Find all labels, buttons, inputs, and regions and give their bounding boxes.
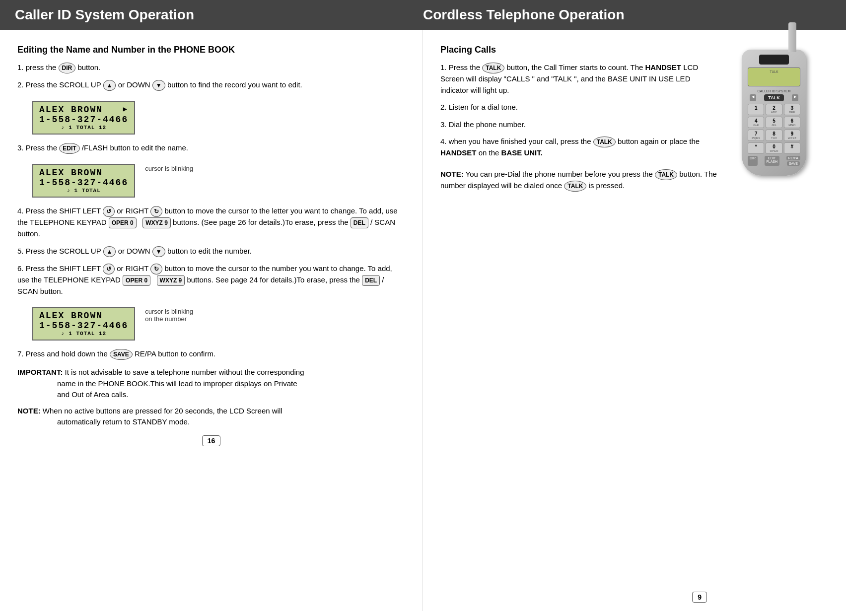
step3-text: Press the bbox=[26, 143, 57, 152]
phone-caller-id-label: CALLER ID SYSTEM bbox=[746, 89, 802, 93]
step1-num: 1. bbox=[17, 63, 26, 71]
page-header: Caller ID System Operation Cordless Tele… bbox=[0, 0, 846, 30]
del-button-4[interactable]: DEL bbox=[351, 217, 368, 228]
lcd-box-3: ALEX BROWN 1-558-327-4466 ♪ 1 TOTAL 12 bbox=[32, 307, 135, 341]
step2-suffix: button to find the record you want to ed… bbox=[167, 80, 302, 89]
phone-key-8[interactable]: 8TUV bbox=[766, 130, 782, 141]
step3-suffix: /FLASH button to edit the name. bbox=[82, 143, 188, 152]
lcd2-line3: ♪ 1 TOTAL bbox=[39, 188, 128, 194]
scroll-up-button[interactable]: ▲ bbox=[103, 80, 116, 91]
talk-button-2[interactable]: TALK bbox=[593, 137, 616, 147]
phone-talk-row: ◀ TALK ▶ bbox=[746, 94, 802, 101]
important-block: IMPORTANT: It is not advisable to save a… bbox=[17, 367, 405, 401]
phone-dir-btn[interactable]: DIR bbox=[748, 156, 758, 166]
keypad-0-2-button[interactable]: OPER 0 bbox=[123, 275, 150, 286]
phone-side-btns: RE/PA SAVE bbox=[786, 156, 801, 166]
rstep1-bold1: HANDSET bbox=[645, 63, 682, 71]
rstep1-text1: Press the bbox=[449, 63, 483, 71]
step5-or: or DOWN bbox=[118, 247, 152, 255]
phone-key-4[interactable]: 4GHI bbox=[748, 117, 764, 128]
phone-key-2[interactable]: 2ABC bbox=[766, 104, 782, 115]
phone-edit-btn[interactable]: EDITFLASH bbox=[765, 156, 780, 166]
scroll-down-button[interactable]: ▼ bbox=[152, 80, 165, 91]
phone-key-hash[interactable]: # bbox=[784, 142, 800, 154]
rstep4-text2: button again or place the bbox=[618, 137, 700, 145]
scroll-up-2-button[interactable]: ▲ bbox=[103, 246, 116, 257]
step-6: 6. Press the SHIFT LEFT ↺ or RIGHT ↻ but… bbox=[17, 263, 405, 297]
lcd3-line1: ALEX BROWN bbox=[39, 311, 128, 321]
phone-key-6[interactable]: 6MNO bbox=[784, 117, 800, 128]
step-5: 5. Press the SCROLL UP ▲ or DOWN ▼ butto… bbox=[17, 246, 405, 257]
phone-key-star[interactable]: * bbox=[748, 142, 764, 154]
talk-button-note-2[interactable]: TALK bbox=[564, 181, 586, 192]
phone-key-9[interactable]: 9WXYZ bbox=[784, 130, 800, 141]
shift-left-button[interactable]: ↺ bbox=[103, 206, 115, 217]
lcd3-line2: 1-558-327-4466 bbox=[39, 321, 128, 331]
step6-suffix2: buttons. See page 24 for details.)To era… bbox=[187, 275, 362, 284]
note-label-left: NOTE: bbox=[17, 407, 41, 415]
lcd-display-1: ALEX BROWN ▶ 1-558-327-4466 ♪ 1 TOTAL 12 bbox=[17, 97, 405, 138]
phone-lcd-text: TALK bbox=[750, 70, 798, 74]
note-text-right-1: You can pre-Dial the phone number before… bbox=[466, 170, 655, 178]
rstep4-bold2: BASE UNIT. bbox=[501, 148, 543, 157]
note-block-left: NOTE: When no active buttons are pressed… bbox=[17, 406, 405, 428]
right-panel: Placing Calls 1. Press the TALK button, … bbox=[423, 30, 846, 611]
phone-key-5[interactable]: 5JKL bbox=[766, 117, 782, 128]
step2-text: Press the SCROLL UP bbox=[26, 80, 103, 89]
del-button-6[interactable]: DEL bbox=[362, 275, 380, 286]
shift-left-2-button[interactable]: ↺ bbox=[103, 264, 115, 274]
step2-num: 2. bbox=[17, 80, 26, 89]
save-button[interactable]: SAVE bbox=[110, 349, 133, 360]
shift-right-2-button[interactable]: ↻ bbox=[150, 264, 162, 274]
lcd3-line3: ♪ 1 TOTAL 12 bbox=[39, 331, 128, 337]
lcd-display-2: ALEX BROWN 1-558-327-4466 ♪ 1 TOTAL curs… bbox=[17, 160, 405, 202]
scroll-down-2-button[interactable]: ▼ bbox=[152, 246, 165, 257]
page-number-right: 9 bbox=[692, 593, 707, 601]
step4-text: Press the SHIFT LEFT bbox=[26, 206, 103, 215]
rstep1-text2: button, the Call Timer starts to count. … bbox=[507, 63, 645, 71]
cursor-note-1: cursor is blinking bbox=[145, 160, 193, 172]
lcd1-line3: ♪ 1 TOTAL 12 bbox=[39, 125, 128, 131]
phone-talk-button[interactable]: TALK bbox=[764, 94, 783, 101]
phone-btn-left: ◀ bbox=[750, 94, 756, 101]
rstep4-text1: when you have finished your call, press … bbox=[449, 137, 593, 145]
phone-speaker bbox=[759, 55, 789, 65]
dir-button[interactable]: DIR bbox=[59, 63, 76, 73]
step6-text: Press the SHIFT LEFT bbox=[26, 264, 103, 273]
step3-num: 3. bbox=[17, 143, 26, 152]
keypad-9-button[interactable]: WXYZ 9 bbox=[142, 217, 171, 228]
talk-button-note[interactable]: TALK bbox=[655, 169, 677, 180]
header-left-title: Caller ID System Operation bbox=[15, 7, 423, 23]
phone-illustration: TALK CALLER ID SYSTEM ◀ TALK ▶ 1 2ABC 3D… bbox=[719, 45, 829, 596]
cursor-note-2: cursor is blinking on the number bbox=[145, 303, 193, 323]
phone-key-1[interactable]: 1 bbox=[748, 104, 764, 115]
step7-text: Press and hold down the bbox=[26, 349, 108, 358]
lcd-display-3: ALEX BROWN 1-558-327-4466 ♪ 1 TOTAL 12 c… bbox=[17, 303, 405, 344]
rstep1-num: 1. bbox=[440, 63, 449, 71]
keypad-0-button[interactable]: OPER 0 bbox=[109, 217, 137, 228]
phone-save-btn[interactable]: SAVE bbox=[787, 161, 800, 166]
phone-key-3[interactable]: 3DEF bbox=[784, 104, 800, 115]
header-right-title: Cordless Telephone Operation bbox=[423, 7, 831, 23]
shift-right-button[interactable]: ↻ bbox=[150, 206, 162, 217]
important-text: It is not advisable to save a telephone … bbox=[65, 368, 304, 376]
step5-num: 5. bbox=[17, 247, 26, 255]
edit-button[interactable]: EDIT bbox=[59, 143, 79, 154]
step-1: 1. press the DIR button. bbox=[17, 62, 405, 73]
talk-button-1[interactable]: TALK bbox=[482, 63, 504, 73]
note-text-right-3: is pressed. bbox=[589, 181, 625, 190]
cursor-note-2-line2: on the number bbox=[145, 315, 187, 323]
phone-key-7[interactable]: 7PQRS bbox=[748, 130, 764, 141]
right-step-1: 1. Press the TALK button, the Call Timer… bbox=[440, 62, 719, 96]
right-step-2: 2. Listen for a dial tone. bbox=[440, 102, 719, 113]
phone-body: TALK CALLER ID SYSTEM ◀ TALK ▶ 1 2ABC 3D… bbox=[742, 50, 806, 176]
phone-re-pa-btn[interactable]: RE/PA bbox=[786, 156, 801, 160]
phone-key-0[interactable]: 0OPER bbox=[766, 142, 782, 154]
keypad-9-2-button[interactable]: WXYZ 9 bbox=[157, 275, 185, 286]
rstep2-num: 2. bbox=[440, 103, 449, 111]
lcd1-line2: 1-558-327-4466 bbox=[39, 115, 128, 125]
phone-lcd: TALK bbox=[748, 68, 800, 86]
important-text-3: and Out of Area calls. bbox=[57, 390, 128, 399]
step5-suffix: button to edit the number. bbox=[167, 247, 252, 255]
rstep4-text3: on the bbox=[479, 148, 501, 157]
